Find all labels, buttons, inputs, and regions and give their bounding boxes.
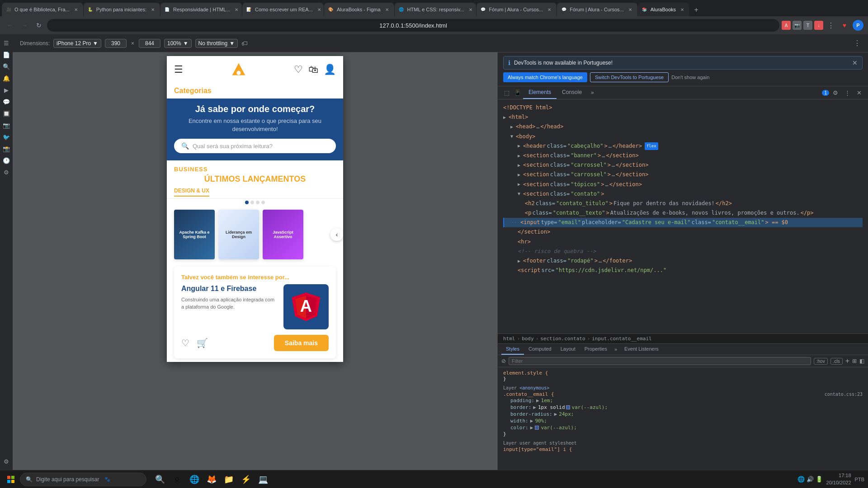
- throttle-selector[interactable]: No throttling ▼: [195, 39, 238, 48]
- sidebar-icon-8[interactable]: 📷: [1, 120, 11, 130]
- tab-2[interactable]: 🐍 Python para iniciantes: ✕: [84, 3, 160, 16]
- tab-1[interactable]: 🎥 O que é Biblioteca, Fra... ✕: [2, 3, 83, 16]
- match-language-button[interactable]: Always match Chrome's language: [503, 72, 587, 82]
- forward-button[interactable]: →: [18, 19, 31, 32]
- new-tab-button[interactable]: +: [690, 4, 703, 16]
- tab-4[interactable]: 📝 Como escrever um REA... ✕: [242, 3, 324, 16]
- taskbar-app-cortana[interactable]: ○: [169, 471, 185, 488]
- network-icon[interactable]: 🌐: [797, 476, 805, 483]
- more-tabs-button[interactable]: »: [587, 87, 598, 99]
- tab-design-ux[interactable]: DESIGN & UX: [174, 188, 209, 197]
- sidebar-icon-13[interactable]: ⚙: [1, 456, 11, 466]
- height-input[interactable]: [139, 39, 160, 48]
- sidebar-icon-10[interactable]: 📸: [1, 144, 11, 154]
- volume-icon[interactable]: 🔊: [807, 476, 814, 483]
- anonymous-layer-link[interactable]: <anonymous>: [519, 385, 549, 390]
- sidebar-icon-2[interactable]: 📄: [1, 50, 11, 60]
- dot-1[interactable]: [245, 201, 249, 204]
- tree-line-hr[interactable]: <hr>: [503, 237, 863, 247]
- tab-3[interactable]: 📄 Responsividade | HTML... ✕: [160, 3, 242, 16]
- styles-tab-layout[interactable]: Layout: [556, 344, 580, 355]
- breadcrumb-input[interactable]: input.contato__email: [592, 336, 651, 342]
- tab-6[interactable]: 🌐 HTML e CSS: responsiv... ✕: [395, 3, 476, 16]
- device-selector[interactable]: iPhone 12 Pro ▼: [53, 39, 101, 48]
- taskbar-app-chrome[interactable]: 🌐: [186, 471, 203, 488]
- tag-icon[interactable]: 🏷: [241, 40, 248, 47]
- book-card-1[interactable]: Apache Kafka e Spring Boot: [174, 210, 215, 259]
- settings-icon[interactable]: ⚙: [830, 87, 841, 98]
- address-input[interactable]: [47, 19, 779, 32]
- html-arrow[interactable]: ▶: [503, 114, 508, 121]
- reload-button[interactable]: ↻: [33, 19, 45, 32]
- ext-icon-translate[interactable]: T: [803, 21, 812, 30]
- dot-4[interactable]: [261, 201, 265, 204]
- tree-line-carrossel1[interactable]: ▶ <section class= "carrossel" > … </sect…: [503, 160, 863, 170]
- taskbar-app-explorer[interactable]: 📁: [221, 471, 237, 488]
- tab-close-1[interactable]: ✕: [72, 6, 80, 13]
- book-card-3[interactable]: JavaScript Assertivo: [263, 210, 303, 259]
- system-clock[interactable]: 17:18 20/10/2022: [826, 472, 851, 486]
- sidebar-icon-11[interactable]: 🕐: [1, 155, 11, 165]
- dot-2[interactable]: [250, 201, 254, 204]
- sidebar-icon-1[interactable]: ☰: [1, 38, 11, 48]
- dot-3[interactable]: [256, 201, 259, 204]
- user-icon[interactable]: 👤: [324, 64, 336, 75]
- tree-line-carrossel2[interactable]: ▶ <section class= "carrossel" > … </sect…: [503, 170, 863, 179]
- styles-tab-event-listeners[interactable]: Event Listeners: [620, 344, 663, 355]
- tab-close-3[interactable]: ✕: [233, 6, 240, 13]
- tree-line-banner[interactable]: ▶ <section class= "banner" > … </section…: [503, 151, 863, 160]
- cls-button[interactable]: .cls: [830, 358, 843, 365]
- tab-5[interactable]: 🎨 AluraBooks - Figma ✕: [324, 3, 394, 16]
- zoom-selector[interactable]: 100% ▼: [164, 39, 192, 48]
- ext-icon-screenshot[interactable]: 📷: [793, 21, 802, 30]
- back-button[interactable]: ←: [4, 19, 16, 32]
- sidebar-icon-7[interactable]: 🔲: [1, 108, 11, 118]
- tree-line-head[interactable]: ▶ <head> … </head>: [503, 122, 863, 131]
- notification-close-icon[interactable]: ✕: [852, 59, 858, 66]
- tab-close-7[interactable]: ✕: [546, 6, 553, 13]
- tree-line-script[interactable]: <script src= "https://cdn.jsdelivr.net/n…: [503, 266, 863, 275]
- tab-close-4[interactable]: ✕: [316, 6, 323, 13]
- body-arrow[interactable]: ▼: [510, 133, 515, 140]
- devtools-more-icon[interactable]: ⋮: [842, 87, 853, 98]
- tab-close-9[interactable]: ✕: [679, 6, 686, 13]
- tree-line-h2[interactable]: <h2 class= "contato_titulo" > Fique por …: [503, 199, 863, 208]
- sidebar-icon-3[interactable]: 🔍: [1, 61, 11, 71]
- wishlist-icon[interactable]: ♡: [294, 64, 303, 75]
- shadow-icon[interactable]: ◧: [859, 358, 864, 364]
- tab-close-5[interactable]: ✕: [383, 6, 391, 13]
- styles-tab-styles[interactable]: Styles: [501, 344, 524, 355]
- header-arrow[interactable]: ▶: [518, 142, 522, 150]
- sidebar-icon-4[interactable]: 🔔: [1, 73, 11, 83]
- carousel-next-arrow[interactable]: ‹: [330, 228, 343, 241]
- extensions-button[interactable]: ⋮: [825, 19, 837, 32]
- styles-tab-computed[interactable]: Computed: [524, 344, 556, 355]
- tree-line-section-close[interactable]: </section>: [503, 227, 863, 237]
- cart-icon[interactable]: 🛍: [308, 64, 318, 75]
- dont-show-again-button[interactable]: Don't show again: [671, 72, 709, 82]
- breadcrumb-html[interactable]: html: [503, 336, 515, 342]
- carrossel1-arrow[interactable]: ▶: [518, 162, 522, 169]
- taskbar-app-alura[interactable]: ⚡: [238, 471, 254, 488]
- tab-7[interactable]: 💬 Fórum | Alura - Cursos... ✕: [476, 3, 557, 16]
- devtools-close-icon[interactable]: ✕: [854, 87, 864, 98]
- more-options-icon[interactable]: ⋮: [854, 39, 861, 47]
- sidebar-icon-9[interactable]: 🐦: [1, 132, 11, 142]
- tree-line-header[interactable]: ▶ <header class= "cabeçalho" > … </heade…: [503, 141, 863, 151]
- taskbar-app-firefox[interactable]: 🦊: [203, 471, 220, 488]
- contato-arrow[interactable]: ▼: [518, 190, 522, 197]
- tab-elements[interactable]: Elements: [523, 86, 557, 99]
- styles-tab-properties[interactable]: Properties: [580, 344, 612, 355]
- styles-more-button[interactable]: »: [612, 344, 620, 354]
- battery-icon[interactable]: 🔋: [816, 476, 823, 483]
- head-arrow[interactable]: ▶: [510, 123, 515, 131]
- book-card-2[interactable]: Liderança em Design: [218, 210, 259, 259]
- filter-input[interactable]: [509, 357, 811, 365]
- tab-8[interactable]: 💬 Fórum | Alura - Cursos... ✕: [557, 3, 637, 16]
- hov-button[interactable]: :hov: [814, 358, 828, 365]
- heart-icon[interactable]: ♥: [838, 19, 851, 32]
- style-source-contato[interactable]: contato.css:23: [825, 392, 863, 397]
- ext-icon-alura[interactable]: A: [782, 21, 791, 30]
- sidebar-icon-12[interactable]: ⚙: [1, 167, 11, 177]
- tab-console[interactable]: Console: [557, 86, 587, 99]
